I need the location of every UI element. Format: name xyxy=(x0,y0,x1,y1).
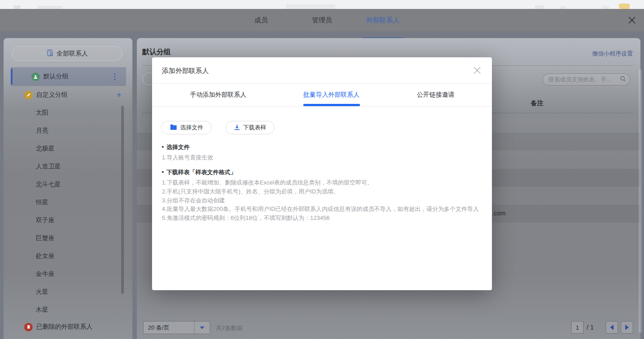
instruction-line: 5.免激活模式的密码规则：6位到18位，不填写则默认为：123456 xyxy=(162,214,330,222)
current-page-value: 1 xyxy=(576,324,579,331)
person-circle-icon xyxy=(31,73,40,81)
group-item[interactable]: 恒星 xyxy=(4,193,132,211)
bullet-dot xyxy=(162,146,164,148)
selected-indicator-bar xyxy=(11,69,13,85)
bullet-dot xyxy=(162,171,164,173)
table-header-remark: 备注 xyxy=(531,99,543,107)
group-label: 木星 xyxy=(36,306,48,314)
modal-close-icon[interactable] xyxy=(472,65,482,75)
tab-external-contacts[interactable]: 外部联系人 xyxy=(360,9,405,31)
groups-sidebar: 全部联系人 默认分组 自定义分组 + 太阳 月亮 北极星 人造卫星 北斗七星 恒… xyxy=(4,38,132,339)
modal-tab-bar: 手动添加外部联系人 批量导入外部联系人 公开链接邀请 xyxy=(152,83,492,107)
instruction-line: 2.手机(只支持中国大陆手机号)、姓名、分组为必填，用户ID为选填。 xyxy=(162,188,339,196)
content-title: 默认分组 xyxy=(142,47,171,57)
arrow-left-icon xyxy=(610,325,614,330)
search-input[interactable] xyxy=(548,76,620,83)
page-size-select[interactable]: 20 条/页 xyxy=(143,321,210,334)
group-label: 火星 xyxy=(36,288,48,296)
dialog-tab-bar: 成员 管理员 外部联系人 xyxy=(0,9,644,31)
group-item[interactable]: 太阳 xyxy=(4,104,132,122)
page-size-value: 20 条/页 xyxy=(144,324,194,332)
group-item[interactable]: 北斗七星 xyxy=(4,176,132,193)
group-item[interactable]: 北极星 xyxy=(4,140,132,158)
group-label: 月亮 xyxy=(36,127,48,135)
modal-tabs-divider xyxy=(152,106,492,107)
modal-tab-batch-import[interactable]: 批量导入外部联系人 xyxy=(292,83,371,107)
group-item[interactable]: 木星 xyxy=(4,301,132,319)
group-item[interactable]: 双子座 xyxy=(4,211,132,229)
group-label: 北极星 xyxy=(36,145,55,153)
group-menu-dots-icon[interactable] xyxy=(114,73,115,80)
group-item[interactable]: 人造卫星 xyxy=(4,158,132,176)
group-label: 自定义分组 xyxy=(36,91,68,99)
pencil-circle-icon xyxy=(24,91,33,99)
wechat-miniprogram-settings-link[interactable]: 微信小程序设置 xyxy=(592,50,633,58)
modal-tab-manual-add[interactable]: 手动添加外部联系人 xyxy=(179,83,258,107)
choose-file-button[interactable]: 选择文件 xyxy=(161,121,212,134)
instruction-line: 1.下载表样，不能增加、删除或修改本Excel表的成员信息类别，不填的留空即可。 xyxy=(162,179,373,187)
modal-title: 添加外部联系人 xyxy=(162,67,209,75)
dialog-close-icon[interactable] xyxy=(627,15,637,25)
tab-admins[interactable]: 管理员 xyxy=(300,9,344,31)
all-contacts-button[interactable]: 全部联系人 xyxy=(12,46,123,61)
address-book-icon xyxy=(47,49,54,58)
group-label: 双子座 xyxy=(36,216,55,224)
sidebar-scrollbar[interactable] xyxy=(121,106,124,294)
group-label: 恒星 xyxy=(36,198,48,206)
download-template-button[interactable]: 下载表样 xyxy=(225,121,275,134)
search-icon[interactable] xyxy=(620,76,626,84)
next-page-button[interactable] xyxy=(621,321,633,334)
section-heading-download-template: 下载样表「样表文件格式」 xyxy=(162,168,236,176)
group-list: 默认分组 自定义分组 + 太阳 月亮 北极星 人造卫星 北斗七星 恒星 双子座 … xyxy=(4,67,132,335)
choose-file-label: 选择文件 xyxy=(180,124,203,132)
faded-breadcrumb xyxy=(38,6,63,9)
download-template-label: 下载表样 xyxy=(243,124,267,132)
instruction-line: 1.导入账号直接生效 xyxy=(162,154,213,162)
content-scrollbar[interactable] xyxy=(639,69,642,333)
faded-page-title xyxy=(286,4,335,9)
deleted-contacts-label: 已删除的外部联系人 xyxy=(36,323,93,331)
add-group-plus-icon[interactable]: + xyxy=(116,90,122,99)
modal-active-tab-underline xyxy=(303,104,360,106)
tab-members[interactable]: 成员 xyxy=(239,9,284,31)
group-item-default[interactable]: 默认分组 xyxy=(11,67,126,86)
instruction-line: 3.分组不存在会自动创建 xyxy=(162,197,225,205)
current-page-input[interactable]: 1 xyxy=(571,321,584,334)
modal-tab-public-link[interactable]: 公开链接邀请 xyxy=(396,83,475,107)
group-item[interactable]: 处女座 xyxy=(4,247,132,265)
group-item[interactable]: 火星 xyxy=(4,283,132,301)
group-item[interactable]: 月亮 xyxy=(4,122,132,140)
group-label: 太阳 xyxy=(36,109,48,117)
faded-logo xyxy=(13,5,21,9)
group-label: 巨蟹座 xyxy=(36,234,55,242)
faded-toolbar-icon xyxy=(602,6,609,9)
group-item[interactable]: 巨蟹座 xyxy=(4,229,132,247)
group-label: 金牛座 xyxy=(36,270,55,278)
faded-app-bar xyxy=(0,0,644,9)
table-cell-email-partial: .com xyxy=(492,210,505,217)
page-total-label: / 1 xyxy=(587,324,594,331)
folder-icon xyxy=(170,124,177,132)
prev-page-button[interactable] xyxy=(606,321,618,334)
total-count-label: 共7条数据 xyxy=(216,324,242,332)
section-heading-choose-file: 选择文件 xyxy=(162,143,190,151)
trash-circle-icon xyxy=(24,323,33,331)
add-external-contact-modal: 添加外部联系人 手动添加外部联系人 批量导入外部联系人 公开链接邀请 选择文件 … xyxy=(152,57,492,290)
arrow-right-icon xyxy=(625,325,629,330)
all-contacts-label: 全部联系人 xyxy=(57,50,88,58)
faded-vip-icon xyxy=(619,4,630,9)
group-label: 人造卫星 xyxy=(36,163,61,171)
group-item[interactable]: 金牛座 xyxy=(4,265,132,283)
download-icon xyxy=(234,124,240,132)
group-label: 默认分组 xyxy=(43,73,68,81)
member-search-box xyxy=(542,73,630,86)
group-item-custom[interactable]: 自定义分组 + xyxy=(4,86,132,104)
group-label: 北斗七星 xyxy=(36,180,61,189)
instruction-line: 4.批量导入最大数据200条。手机号和用户ID已经在外部联系人内或信息有误的成员… xyxy=(162,205,479,213)
deleted-contacts-item[interactable]: 已删除的外部联系人 xyxy=(4,319,132,335)
faded-toolbar-icon xyxy=(535,5,544,9)
chevron-down-icon xyxy=(195,326,210,329)
group-label: 处女座 xyxy=(36,252,55,260)
